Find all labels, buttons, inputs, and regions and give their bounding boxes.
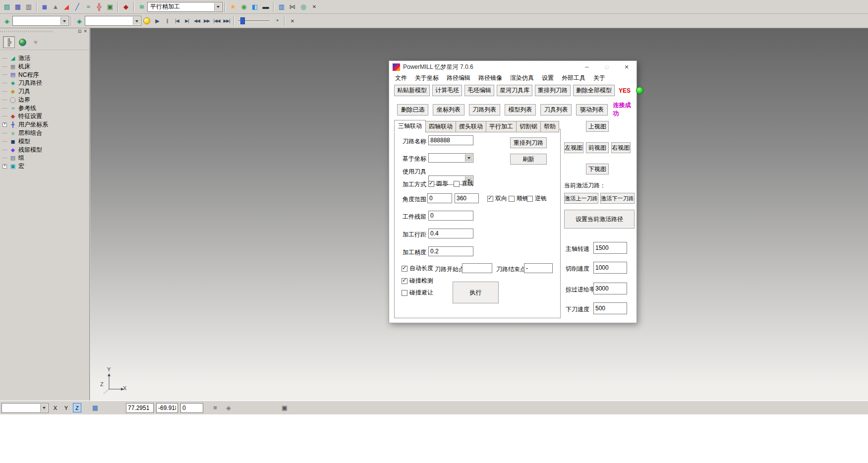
globe-icon[interactable] [16,36,28,48]
pane-icon[interactable]: ▣ [279,403,290,413]
list-icon[interactable]: ≡ [210,403,221,413]
tool-combo[interactable] [85,16,141,26]
minimize-icon[interactable]: ─ [577,61,597,73]
checkbox-box[interactable] [402,290,407,296]
panel-grip[interactable]: ⊡ ✕ [0,28,89,35]
rewind-button[interactable]: ◀◀ [192,16,202,26]
curve-icon[interactable]: ≈ [83,1,94,12]
view-right-button[interactable]: 右视图 [611,142,631,153]
angle-end-input[interactable] [455,193,479,203]
auto-length-checkbox[interactable]: 自动长度 [402,264,433,273]
favorites-heart-icon[interactable]: ♥ [30,36,42,48]
save-icon[interactable]: ▦ [12,1,23,12]
collision-avoid-checkbox[interactable]: 碰撞避让 [402,289,433,297]
step-back-button[interactable]: |◀ [172,16,182,26]
pyramid-icon[interactable]: ▲ [50,1,61,12]
tree-item-levels-sets[interactable]: ≡层和组合 [2,129,89,137]
checkbox-box[interactable] [402,278,407,284]
explorer-tree-icon[interactable]: ╠ [3,36,15,48]
block-measure-icon[interactable]: ◧ [249,1,260,12]
tree-item-groups[interactable]: ▧组 [2,154,89,163]
viewmill-icon[interactable]: ◎ [298,1,309,12]
end-point-input[interactable] [524,263,553,273]
tool-icon[interactable]: ◆ [120,1,131,12]
execute-button[interactable]: 执行 [453,282,499,303]
tree-item-stock-models[interactable]: ◆残留模型 [2,146,89,154]
coord-y-input[interactable] [156,403,178,413]
set-active-path-button[interactable]: 设置当前激活路径 [564,210,635,229]
delete-all-models-button[interactable]: 删除全部模型 [573,85,615,96]
toolbar-close-icon[interactable]: ✕ [287,15,298,26]
bidirectional-checkbox[interactable]: 双向 [487,194,507,203]
menu-settings[interactable]: 设置 [538,73,558,83]
checkbox-box[interactable] [454,181,460,187]
tab-swivel[interactable]: 摆头联动 [456,121,486,132]
maximize-icon[interactable]: □ [597,61,617,73]
cutting-feed-input[interactable] [593,262,627,274]
rearrange-button[interactable]: 重排列刀路 [510,137,547,148]
lightbulb-icon[interactable] [141,15,152,26]
draft-icon[interactable]: ◢ [61,1,72,12]
panel-close-icon[interactable]: ✕ [83,29,87,34]
tab-parallel[interactable]: 平行加工 [486,121,517,132]
view-front-button[interactable]: 前视图 [586,142,609,153]
tree-item-machine[interactable]: ▦机床 [2,62,89,71]
fast-forward-button[interactable]: ▶▶ [202,16,212,26]
tool-library-button[interactable]: 星河刀具库 [497,85,532,96]
climb-mill-checkbox[interactable]: 顺铣 [509,194,528,203]
simulate-icon[interactable]: ◉ [238,1,249,12]
go-to-start-button[interactable]: |◀◀ [212,16,222,26]
menu-external-tools[interactable]: 外部工具 [558,73,589,83]
toolpath-list-button[interactable]: 刀路列表 [469,104,500,116]
tree-item-tools[interactable]: ◆刀具 [2,87,89,96]
view-top-button[interactable]: 上视图 [586,121,609,132]
expand-plus-icon[interactable] [2,122,7,127]
dialog-titlebar[interactable]: PowerMILL 忆梦星河 7.0.6 ─ □ ✕ [389,61,637,73]
panel-float-icon[interactable]: ⊡ [78,29,82,34]
clock-icon[interactable]: ◔ [271,15,282,26]
pause-button[interactable]: || [162,16,172,26]
tree-item-workplanes[interactable]: ╋用户坐标系 [2,120,89,129]
toolpath-name-input[interactable] [428,135,473,145]
angle-start-input[interactable] [427,193,452,203]
rearrange-toolpaths-button[interactable]: 重排列刀路 [535,85,571,96]
block-icon[interactable]: ◼ [39,1,50,12]
view-bottom-button[interactable]: 下视图 [586,164,609,174]
tab-saw[interactable]: 切割锯 [516,121,541,132]
chevron-down-icon[interactable] [214,3,222,11]
print-icon[interactable]: ▥ [23,1,34,12]
chevron-down-icon[interactable] [133,17,140,25]
checkbox-box[interactable] [527,196,533,202]
x-axis-toggle[interactable]: X [51,403,59,412]
tree-item-feature-sets[interactable]: ◆特征设置 [2,113,89,121]
go-to-end-button[interactable]: ▶▶| [222,16,231,26]
refresh-button[interactable]: 刷新 [510,154,547,165]
tab-4axis[interactable]: 四轴联动 [425,121,456,132]
chevron-down-icon[interactable] [60,17,68,25]
stats-icon[interactable]: ▥ [276,1,287,12]
tree-item-nc-programs[interactable]: ▤NC程序 [2,71,89,79]
y-axis-toggle[interactable]: Y [62,403,70,412]
tab-3axis[interactable]: 三轴联动 [394,120,426,133]
tree-item-models[interactable]: ◼模型 [2,137,89,146]
grid-icon[interactable]: ▦ [90,403,101,413]
chevron-down-icon[interactable] [40,404,48,412]
tree-item-macros[interactable]: ▣宏 [2,162,89,171]
step-forward-button[interactable]: ▶| [182,16,192,26]
tool-list-button[interactable]: 刀具列表 [540,104,572,116]
pencil-icon[interactable]: ╱ [72,1,83,12]
conventional-mill-checkbox[interactable]: 逆铣 [527,194,547,203]
base-coord-combo[interactable] [428,153,473,163]
model-list-button[interactable]: 模型列表 [505,104,536,116]
menu-path-mirror[interactable]: 路径镜像 [474,73,506,83]
toolpath-combo[interactable] [12,16,69,26]
view-left-button[interactable]: 左视图 [564,142,583,153]
collision-check-checkbox[interactable]: 碰撞检测 [402,277,433,285]
z-axis-toggle[interactable]: Z [73,403,81,412]
plunge-feed-input[interactable] [593,302,627,314]
slider-handle[interactable] [240,17,245,24]
strategy-combo[interactable]: 平行精加工 [147,2,223,12]
toolbar-close-icon[interactable]: ✕ [309,1,320,12]
drive-list-button[interactable]: 驱动列表 [576,104,607,116]
delete-selected-button[interactable]: 删除已选 [397,104,428,116]
